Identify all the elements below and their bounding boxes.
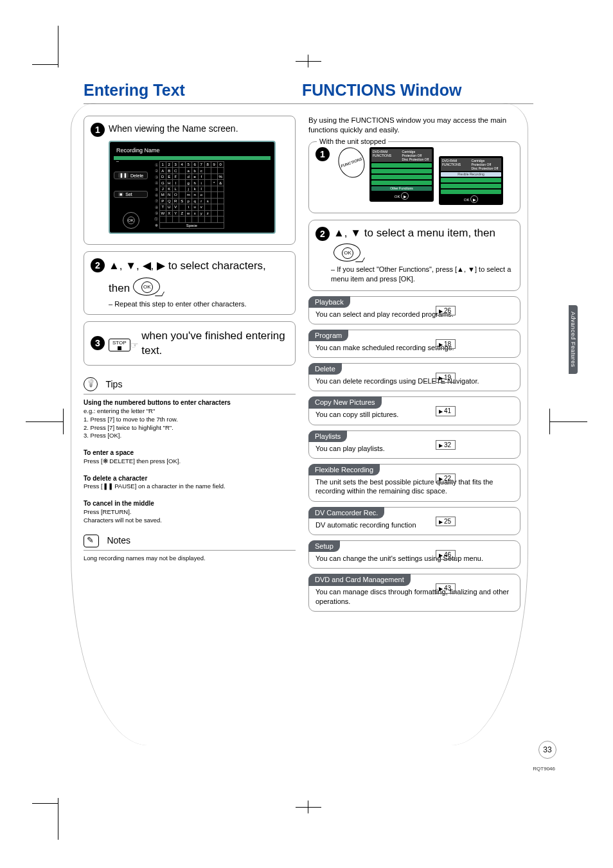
page-ref: 26 (436, 306, 456, 315)
heading-entering-text: Entering Text (84, 81, 302, 100)
func-item-setup: Setup 46 You can change the unit's setti… (308, 540, 520, 569)
pointing-hand-icon (130, 339, 142, 350)
foot-code: RQT9046 (533, 766, 555, 772)
right-step2-text: ▲, ▼ to select a menu item, then OK (333, 227, 513, 261)
right-step1-label: With the unit stopped (317, 137, 388, 145)
tips-icon (84, 377, 98, 391)
page-ref: 32 (436, 440, 456, 450)
notes-icon (84, 535, 99, 547)
step1-text: When viewing the Name screen. (109, 123, 238, 136)
onscreen-delete-button: ❚❚Delete (114, 172, 148, 179)
page-ref: 22 (436, 474, 456, 483)
onscreen-ok-ring: OK (123, 212, 139, 229)
func-item-delete: Delete 19 You can delete recordings usin… (308, 363, 520, 391)
step1-box: 1 When viewing the Name screen. Recordin… (84, 116, 296, 245)
func-item-dv-camcorder-rec: DV Camcorder Rec. 25 DV automatic record… (308, 507, 520, 535)
step3-text: when you've finished entering text. (141, 328, 289, 359)
step-3-badge: 3 (91, 336, 105, 350)
step3-box: 3 STOP when you've finished entering tex… (84, 321, 296, 366)
notes-heading: Notes (107, 535, 130, 545)
func-item-program: Program 18 You can make scheduled record… (308, 330, 520, 358)
ok-button-icon: OK (133, 278, 160, 296)
right-intro: By using the FUNCTIONS window you may ac… (308, 116, 520, 135)
onscreen-set-button: ■Set (114, 191, 148, 198)
right-step-1-badge: 1 (315, 147, 330, 161)
stop-button-icon: STOP (109, 339, 130, 351)
right-step2-sub: – If you select "Other Functions", press… (331, 265, 513, 284)
step-2-badge: 2 (91, 258, 105, 272)
right-step1-box: With the unit stopped 1 FUNCTIONS DVD-RA… (308, 141, 520, 213)
page-ref: 25 (436, 517, 456, 526)
tips-body: Using the numbered buttons to enter char… (84, 398, 296, 524)
functions-screen-2: DVD-RAM FUNCTIONSCartridge Protection Of… (439, 156, 503, 205)
tips-heading: Tips (105, 379, 122, 389)
char-grid: ①1234567890 ②ABCabc ③DEFdef% ④GHIghi*& ⑤… (153, 161, 224, 229)
right-step2-box: 2 ▲, ▼ to select a menu item, then OK – … (308, 220, 520, 291)
notes-body: Long recording names may not be displaye… (84, 554, 296, 563)
page-ref: 41 (436, 406, 456, 416)
functions-screen-1: DVD-RAM FUNCTIONSCartridge Protection Of… (369, 147, 434, 202)
func-item-copy-new-pictures: Copy New Pictures 41 You can copy still … (308, 396, 520, 425)
step2-sub: – Repeat this step to enter other charac… (109, 300, 289, 308)
func-item-dvd-card-management: DVD and Card Management 43 You can manag… (308, 574, 520, 612)
page-number: 33 (538, 741, 556, 759)
func-item-playback: Playback 26 You can select and play reco… (308, 296, 520, 324)
func-item-playlists: Playlists 32 You can play playlists. (308, 430, 520, 459)
ok-button-icon: OK (333, 244, 360, 261)
step2-text: ▲, ▼, ◀, ▶ to select characters, then OK (109, 258, 289, 296)
functions-button-icon: FUNCTIONS (334, 143, 369, 181)
page-ref: 19 (436, 373, 456, 382)
step-1-badge: 1 (91, 123, 105, 137)
page-ref: 18 (436, 339, 456, 349)
screen-title: Recording Name (114, 146, 271, 155)
step2-box: 2 ▲, ▼, ◀, ▶ to select characters, then … (84, 251, 296, 315)
page-ref: 43 (436, 583, 456, 593)
func-item-flexible-recording: Flexible Recording 22 The unit sets the … (308, 464, 520, 502)
side-tab-advanced-features: Advanced Features (569, 305, 578, 374)
right-step-2-badge: 2 (315, 227, 330, 241)
page-ref: 46 (436, 550, 456, 560)
heading-functions-window: FUNCTIONS Window (302, 81, 461, 100)
